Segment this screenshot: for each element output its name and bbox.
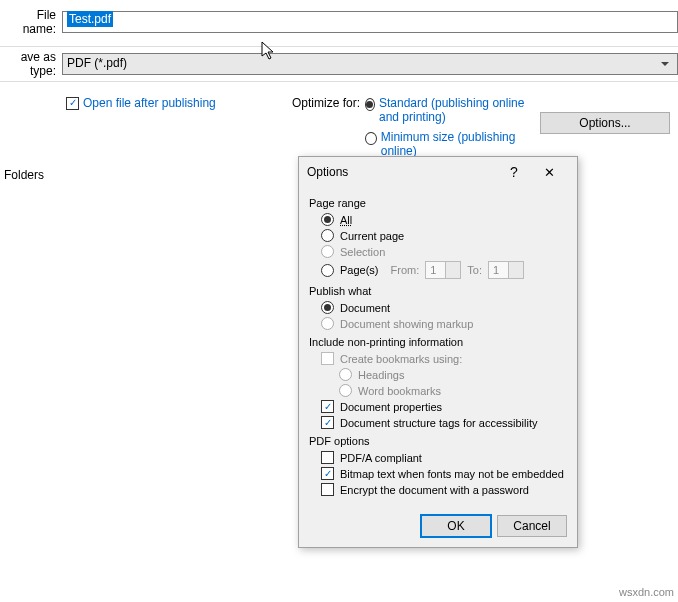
watermark: wsxdn.com [619, 586, 674, 598]
page-range-to-input[interactable]: 1 ▲▼ [488, 261, 524, 279]
publish-markup-label: Document showing markup [340, 318, 473, 330]
optimize-minimum-label: Minimum size (publishing online) [381, 130, 535, 158]
bookmarks-checkbox [321, 352, 334, 365]
page-range-to-value: 1 [493, 264, 499, 276]
open-after-publish-checkbox[interactable] [66, 97, 79, 110]
pdf-options-label: PDF options [309, 435, 567, 447]
dialog-close-button[interactable]: ✕ [529, 165, 569, 180]
page-range-from-input[interactable]: 1 ▲▼ [425, 261, 461, 279]
options-button-label: Options... [579, 116, 630, 130]
filename-label: File name: [0, 8, 62, 36]
page-range-selection-radio [321, 245, 334, 258]
save-as-type-label: ave as type: [0, 50, 62, 78]
optimize-for-label: Optimize for: [292, 96, 360, 110]
publish-what-label: Publish what [309, 285, 567, 297]
pdfa-checkbox[interactable] [321, 451, 334, 464]
page-range-from-value: 1 [430, 264, 436, 276]
hide-folders-button[interactable]: Folders [0, 168, 44, 182]
page-range-selection-label: Selection [340, 246, 385, 258]
filename-input[interactable]: Test.pdf [62, 11, 678, 33]
page-range-all-label: All [340, 214, 352, 226]
publish-markup-radio [321, 317, 334, 330]
pdfa-label: PDF/A compliant [340, 452, 422, 464]
ok-button[interactable]: OK [421, 515, 491, 537]
publish-document-label: Document [340, 302, 390, 314]
open-after-publish-label: Open file after publishing [83, 96, 216, 110]
options-dialog: Options ? ✕ Page range All Current page … [298, 156, 578, 548]
optimize-standard-label: Standard (publishing online and printing… [379, 96, 535, 124]
publish-document-radio[interactable] [321, 301, 334, 314]
dialog-title: Options [307, 165, 348, 179]
bookmarks-word-label: Word bookmarks [358, 385, 441, 397]
bookmarks-headings-radio [339, 368, 352, 381]
bookmarks-word-radio [339, 384, 352, 397]
bookmarks-label: Create bookmarks using: [340, 353, 462, 365]
save-as-type-value: PDF (*.pdf) [67, 56, 127, 70]
doc-structure-label: Document structure tags for accessibilit… [340, 417, 537, 429]
doc-structure-checkbox[interactable] [321, 416, 334, 429]
spinner-arrows-icon: ▲▼ [451, 263, 458, 277]
page-range-all-radio[interactable] [321, 213, 334, 226]
page-range-to-label: To: [467, 264, 482, 276]
cancel-button-label: Cancel [513, 519, 550, 533]
doc-properties-checkbox[interactable] [321, 400, 334, 413]
doc-properties-label: Document properties [340, 401, 442, 413]
bitmap-text-label: Bitmap text when fonts may not be embedd… [340, 468, 564, 480]
encrypt-checkbox[interactable] [321, 483, 334, 496]
bitmap-text-checkbox[interactable] [321, 467, 334, 480]
spinner-arrows-icon: ▲▼ [514, 263, 521, 277]
optimize-minimum-radio[interactable] [365, 132, 377, 145]
page-range-pages-label: Page(s) [340, 264, 379, 276]
bookmarks-headings-label: Headings [358, 369, 404, 381]
dialog-help-button[interactable]: ? [499, 164, 529, 180]
encrypt-label: Encrypt the document with a password [340, 484, 529, 496]
page-range-current-label: Current page [340, 230, 404, 242]
page-range-from-label: From: [391, 264, 420, 276]
filename-value: Test.pdf [67, 11, 113, 27]
options-button[interactable]: Options... [540, 112, 670, 134]
optimize-standard-radio[interactable] [365, 98, 375, 111]
page-range-current-radio[interactable] [321, 229, 334, 242]
save-as-type-dropdown[interactable]: PDF (*.pdf) [62, 53, 678, 75]
cancel-button[interactable]: Cancel [497, 515, 567, 537]
hide-folders-label: Folders [4, 168, 44, 182]
nonprinting-label: Include non-printing information [309, 336, 567, 348]
page-range-pages-radio[interactable] [321, 264, 334, 277]
page-range-label: Page range [309, 197, 567, 209]
ok-button-label: OK [447, 519, 464, 533]
